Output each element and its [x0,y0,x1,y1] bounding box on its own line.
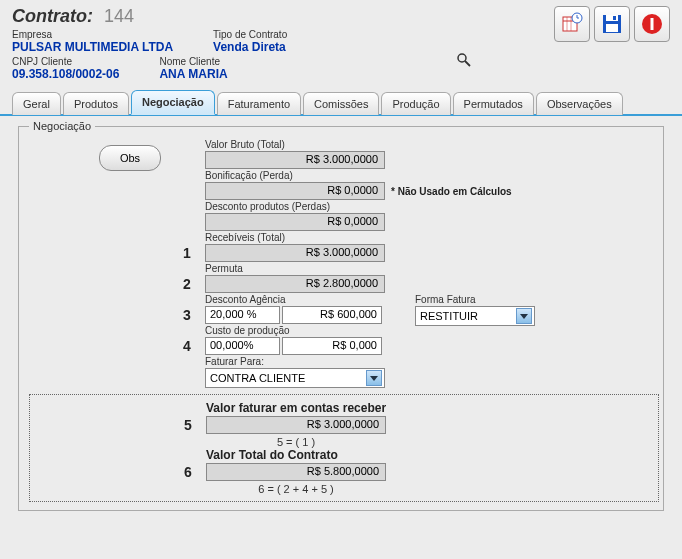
recebiveis-field: R$ 3.000,0000 [205,244,385,262]
svg-rect-14 [651,18,654,30]
svg-rect-12 [606,24,618,32]
permuta-label: Permuta [205,263,657,274]
row-num-5: 5 [184,417,192,433]
negociacao-fieldset: Negociação Obs Valor Bruto (Total) R$ 3.… [18,126,664,511]
bonificacao-note: * Não Usado em Cálculos [391,186,512,197]
tab-observacoes[interactable]: Observações [536,92,623,115]
svg-rect-11 [613,16,616,20]
bonificacao-field: R$ 0,0000 [205,182,385,200]
svg-point-0 [458,54,466,62]
cnpj-value: 09.358.108/0002-06 [12,67,119,81]
negociacao-legend: Negociação [29,120,95,132]
valor-faturar-field: R$ 3.000,0000 [206,416,386,434]
tab-permutados[interactable]: Permutados [453,92,534,115]
faturar-para-value: CONTRA CLIENTE [210,372,305,384]
header: Contrato: 144 Empresa PULSAR MULTIMEDIA … [0,0,682,85]
custo-producao-label: Custo de produção [205,325,657,336]
faturar-para-label: Faturar Para: [205,356,657,367]
chevron-down-icon [516,308,532,324]
row-num-6: 6 [184,464,192,480]
tab-geral[interactable]: Geral [12,92,61,115]
chevron-down-icon [366,370,382,386]
valor-total-label: Valor Total do Contrato [206,448,652,462]
valor-bruto-label: Valor Bruto (Total) [205,139,657,150]
tab-faturamento[interactable]: Faturamento [217,92,301,115]
valor-faturar-label: Valor faturar em contas receber [206,401,652,415]
tabs: Geral Produtos Negociação Faturamento Co… [0,89,682,116]
custo-val-input[interactable]: R$ 0,000 [282,337,382,355]
obs-button[interactable]: Obs [99,145,161,171]
row-num-4: 4 [183,338,191,354]
svg-line-1 [465,61,470,66]
tab-negociacao[interactable]: Negociação [131,90,215,115]
close-button[interactable] [634,6,670,42]
save-button[interactable] [594,6,630,42]
recebiveis-label: Recebíveis (Total) [205,232,657,243]
schedule-button[interactable] [554,6,590,42]
row-num-2: 2 [183,276,191,292]
row-num-1: 1 [183,245,191,261]
empresa-value: PULSAR MULTIMEDIA LTDA [12,40,173,54]
contract-number: 144 [104,6,134,26]
nome-cliente-value: ANA MARIA [159,67,227,81]
tab-produtos[interactable]: Produtos [63,92,129,115]
valor-bruto-field: R$ 3.000,0000 [205,151,385,169]
desconto-produtos-field: R$ 0,0000 [205,213,385,231]
totals-box: Valor faturar em contas receber 5 R$ 3.0… [29,394,659,502]
tab-comissoes[interactable]: Comissões [303,92,379,115]
tipo-contrato-value: Venda Direta [213,40,287,54]
desconto-produtos-label: Desconto produtos (Perdas) [205,201,657,212]
desc-agencia-pct-input[interactable]: 20,000 % [205,306,280,324]
search-icon[interactable] [456,52,472,70]
tipo-contrato-label: Tipo de Contrato [213,29,287,40]
desc-agencia-val-input[interactable]: R$ 600,000 [282,306,382,324]
toolbar [554,6,670,42]
formula-6: 6 = ( 2 + 4 + 5 ) [206,483,386,495]
svg-rect-10 [606,15,618,21]
forma-fatura-select[interactable]: RESTITUIR [415,306,535,326]
cnpj-label: CNPJ Cliente [12,56,119,67]
bonificacao-label: Bonificação (Perda) [205,170,657,181]
tab-producao[interactable]: Produção [381,92,450,115]
faturar-para-select[interactable]: CONTRA CLIENTE [205,368,385,388]
forma-fatura-value: RESTITUIR [420,310,478,322]
permuta-field: R$ 2.800,0000 [205,275,385,293]
row-num-3: 3 [183,307,191,323]
valor-total-field: R$ 5.800,0000 [206,463,386,481]
nome-cliente-label: Nome Cliente [159,56,227,67]
custo-pct-input[interactable]: 00,000% [205,337,280,355]
formula-5: 5 = ( 1 ) [206,436,386,448]
empresa-label: Empresa [12,29,173,40]
forma-fatura-label: Forma Fatura [415,294,535,305]
contract-label: Contrato: [12,6,93,26]
